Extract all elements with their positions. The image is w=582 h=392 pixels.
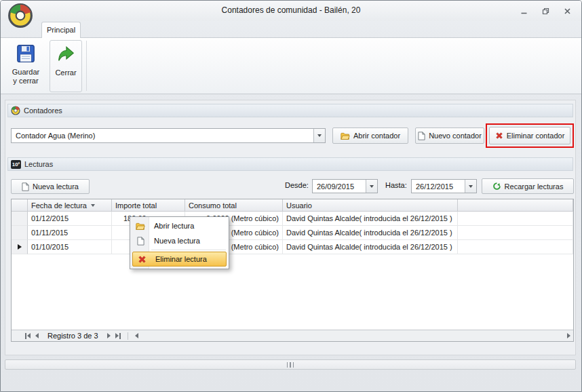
chevron-down-icon bbox=[469, 185, 473, 188]
table-row[interactable]: 01/10/2015 0,0000 (Metro cúbico) David Q… bbox=[12, 240, 573, 254]
hasta-date-value: 26/12/2015 bbox=[412, 180, 465, 193]
main-panel: Contadores Contador Agua (Merino) Abrir … bbox=[5, 100, 576, 355]
sort-arrow-icon bbox=[91, 204, 95, 207]
contador-combobox[interactable]: Contador Agua (Merino) bbox=[11, 128, 326, 143]
ribbon-tab-strip: Principal bbox=[1, 21, 581, 37]
cerrar-button[interactable]: Cerrar bbox=[50, 40, 82, 92]
cell-text: David Quintas Alcalde( introducida el 26… bbox=[286, 214, 452, 222]
nav-divider bbox=[128, 332, 128, 340]
column-header-label: Usuario bbox=[286, 201, 312, 210]
nav-next-button[interactable] bbox=[107, 333, 111, 338]
hscroll-right-button[interactable] bbox=[567, 333, 570, 338]
desde-label: Desde: bbox=[285, 181, 309, 189]
hasta-date-dropdown[interactable] bbox=[465, 180, 476, 193]
table-row[interactable]: 01/12/2015 180,60 0,0000 (Metro cúbico) … bbox=[12, 212, 573, 226]
cerrar-label: Cerrar bbox=[55, 68, 76, 77]
column-header-label: Importe total bbox=[115, 201, 157, 210]
window-title: Contadores de comunidad - Bailén, 20 bbox=[1, 1, 581, 20]
column-header-usuario[interactable]: Usuario bbox=[283, 199, 458, 212]
contador-combobox-dropdown[interactable] bbox=[313, 129, 325, 142]
recargar-lecturas-label: Recargar lecturas bbox=[505, 182, 564, 191]
folder-icon bbox=[132, 222, 149, 231]
nueva-lectura-button[interactable]: Nueva lectura bbox=[11, 179, 90, 194]
nav-last-icon bbox=[119, 333, 121, 339]
desde-date-value: 26/09/2015 bbox=[313, 180, 366, 193]
scrollbar-grip-icon bbox=[290, 362, 291, 368]
nav-first-icon bbox=[25, 333, 26, 339]
cell-filler bbox=[458, 226, 573, 240]
refresh-icon bbox=[492, 182, 501, 191]
form-scrollbar[interactable] bbox=[5, 359, 576, 370]
new-document-icon bbox=[132, 237, 149, 246]
nuevo-contador-button[interactable]: Nuevo contador bbox=[415, 128, 484, 144]
nav-last-icon bbox=[115, 333, 119, 338]
cell-filler bbox=[458, 240, 573, 254]
lecturas-icon: 10² bbox=[11, 160, 21, 169]
column-header-label: Fecha de lectura bbox=[31, 201, 87, 210]
contadores-icon bbox=[11, 106, 20, 115]
delete-x-icon bbox=[133, 255, 151, 264]
cell-usuario[interactable]: David Quintas Alcalde( introducida el 26… bbox=[283, 240, 458, 254]
lecturas-grid: Fecha de lectura Importe total Consumo t… bbox=[11, 199, 574, 342]
cell-text: 01/11/2015 bbox=[31, 229, 68, 237]
contadores-group-title: Contadores bbox=[24, 106, 62, 115]
app-window: Contadores de comunidad - Bailén, 20 Pri… bbox=[0, 0, 582, 392]
cell-fecha[interactable]: 01/11/2015 bbox=[28, 226, 112, 240]
cell-filler bbox=[458, 212, 573, 226]
close-button[interactable] bbox=[560, 5, 575, 16]
new-document-icon bbox=[22, 182, 29, 191]
restore-button[interactable] bbox=[538, 5, 553, 16]
menu-item-label: Eliminar lectura bbox=[151, 255, 207, 263]
hasta-date-editor[interactable]: 26/12/2015 bbox=[411, 179, 477, 193]
lecturas-group-header: 10² Lecturas bbox=[7, 157, 573, 171]
eliminar-contador-button[interactable]: Eliminar contador bbox=[489, 127, 570, 144]
menu-item-eliminar-lectura[interactable]: Eliminar lectura bbox=[132, 252, 227, 267]
cell-usuario[interactable]: David Quintas Alcalde( introducida el 26… bbox=[283, 226, 458, 240]
nav-prev-button[interactable] bbox=[35, 333, 39, 338]
close-icon bbox=[564, 7, 571, 15]
hscroll-left-button[interactable] bbox=[135, 333, 138, 338]
recargar-lecturas-button[interactable]: Recargar lecturas bbox=[482, 178, 574, 194]
cell-text: David Quintas Alcalde( introducida el 26… bbox=[286, 229, 452, 237]
abrir-contador-button[interactable]: Abrir contador bbox=[332, 128, 408, 144]
nav-first-button[interactable] bbox=[25, 333, 31, 339]
menu-item-nueva-lectura[interactable]: Nueva lectura bbox=[132, 233, 227, 248]
column-header-label: Consumo total bbox=[189, 201, 237, 210]
menu-item-label: Abrir lectura bbox=[149, 222, 194, 230]
column-header-consumo[interactable]: Consumo total bbox=[185, 199, 283, 212]
nav-last-button[interactable] bbox=[115, 333, 121, 339]
contadores-group-header: Contadores bbox=[7, 104, 573, 117]
row-indicator bbox=[12, 240, 28, 254]
grid-indicator-header bbox=[12, 199, 28, 212]
desde-date-dropdown[interactable] bbox=[366, 180, 377, 193]
table-row[interactable]: 01/11/2015 0,0000 (Metro cúbico) David Q… bbox=[12, 226, 573, 240]
lecturas-group-title: Lecturas bbox=[24, 160, 53, 168]
column-header-importe[interactable]: Importe total bbox=[112, 199, 185, 212]
cell-fecha[interactable]: 01/10/2015 bbox=[28, 240, 112, 254]
guardar-y-cerrar-button[interactable]: Guardar y cerrar bbox=[6, 40, 45, 92]
cell-text: 01/10/2015 bbox=[31, 243, 69, 251]
row-indicator bbox=[12, 212, 28, 226]
column-header-fecha[interactable]: Fecha de lectura bbox=[28, 199, 112, 212]
app-logo-icon[interactable] bbox=[7, 3, 33, 28]
context-menu: Abrir lectura Nueva lectura Eliminar lec… bbox=[130, 216, 229, 269]
cell-fecha[interactable]: 01/12/2015 bbox=[28, 212, 112, 226]
desde-date-editor[interactable]: 26/09/2015 bbox=[312, 179, 378, 193]
minimize-button[interactable] bbox=[516, 5, 531, 16]
window-controls bbox=[516, 5, 575, 16]
current-row-arrow-icon bbox=[18, 244, 22, 250]
nuevo-contador-label: Nuevo contador bbox=[429, 132, 482, 140]
nav-next-icon bbox=[107, 333, 111, 338]
cell-text: 01/12/2015 bbox=[31, 214, 69, 222]
save-icon bbox=[16, 43, 36, 65]
tab-principal[interactable]: Principal bbox=[41, 22, 81, 38]
eliminar-contador-label: Eliminar contador bbox=[507, 132, 565, 140]
menu-item-abrir-lectura[interactable]: Abrir lectura bbox=[132, 218, 227, 233]
ribbon-toolbar: Guardar y cerrar Cerrar bbox=[1, 37, 581, 94]
row-indicator bbox=[12, 226, 28, 240]
minimize-icon bbox=[520, 7, 528, 15]
new-document-icon bbox=[418, 132, 425, 140]
scroll-left-icon bbox=[135, 333, 138, 338]
cell-usuario[interactable]: David Quintas Alcalde( introducida el 26… bbox=[283, 212, 458, 226]
menu-item-label: Nueva lectura bbox=[149, 237, 200, 245]
